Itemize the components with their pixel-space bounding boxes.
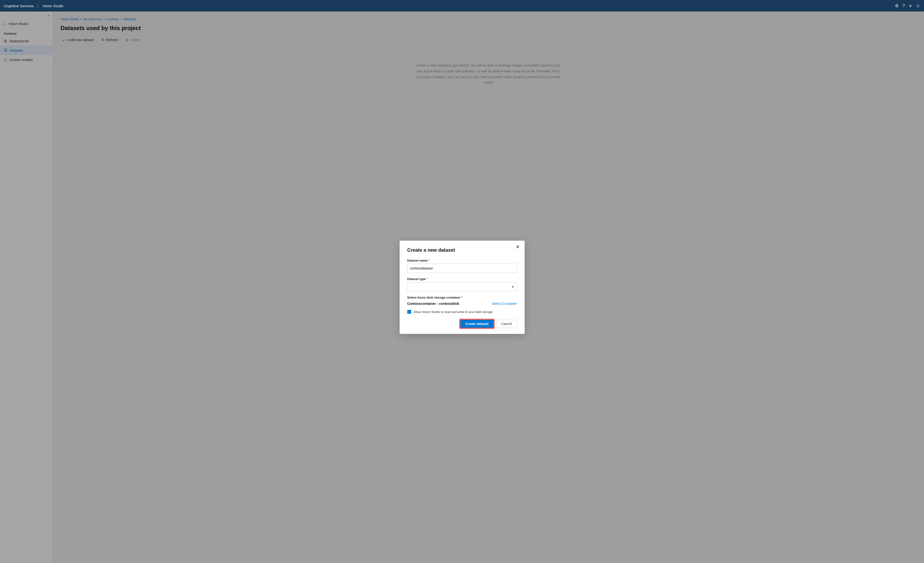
dropdown-icon[interactable]: ∨ xyxy=(909,3,912,8)
dialog-title: Create a new dataset xyxy=(407,247,517,253)
topbar-left: Cognitive Services | Vision Studio xyxy=(4,4,63,8)
dataset-type-select[interactable] xyxy=(407,282,517,291)
topbar-app: Vision Studio xyxy=(42,4,63,8)
dialog-overlay: Create a new dataset ✕ Dataset name * Da… xyxy=(0,12,924,563)
storage-container-group: Select Azure blob storage container * Co… xyxy=(407,296,517,305)
dataset-name-label: Dataset name * xyxy=(407,259,517,262)
topbar: Cognitive Services | Vision Studio ⚙ ? ∨… xyxy=(0,0,924,12)
storage-container-name: Contosocontainer - contosoblob xyxy=(407,302,459,305)
topbar-divider: | xyxy=(38,4,39,8)
dialog-actions: Create dataset Cancel xyxy=(407,319,517,328)
dataset-name-input[interactable] xyxy=(407,264,517,273)
dataset-type-select-wrapper: ▼ xyxy=(407,282,517,291)
topbar-right: ⚙ ? ∨ ☺ xyxy=(895,3,920,8)
cancel-button[interactable]: Cancel xyxy=(496,320,517,328)
required-star-type: * xyxy=(426,277,428,281)
check-mark-icon: ✓ xyxy=(408,311,410,313)
storage-label: Select Azure blob storage container * xyxy=(407,296,517,299)
required-star: * xyxy=(428,259,429,262)
topbar-brand: Cognitive Services xyxy=(4,4,34,8)
create-dataset-button[interactable]: Create dataset xyxy=(460,319,494,328)
required-star-storage: * xyxy=(461,296,462,299)
storage-row: Contosocontainer - contosoblob Select Co… xyxy=(407,302,517,305)
dataset-name-group: Dataset name * xyxy=(407,259,517,273)
dataset-type-label: Dataset type * xyxy=(407,277,517,281)
help-icon[interactable]: ? xyxy=(903,3,905,8)
user-icon[interactable]: ☺ xyxy=(916,3,920,8)
checkbox-label: Allow Vision Studio to read and write to… xyxy=(414,310,493,314)
checkbox-row: ✓ Allow Vision Studio to read and write … xyxy=(407,310,517,314)
settings-icon[interactable]: ⚙ xyxy=(895,3,899,8)
create-dataset-dialog: Create a new dataset ✕ Dataset name * Da… xyxy=(400,241,525,334)
dialog-close-button[interactable]: ✕ xyxy=(516,244,520,249)
dataset-type-group: Dataset type * ▼ xyxy=(407,277,517,291)
select-container-link[interactable]: Select Container xyxy=(492,302,517,305)
allow-access-checkbox[interactable]: ✓ xyxy=(407,310,411,314)
